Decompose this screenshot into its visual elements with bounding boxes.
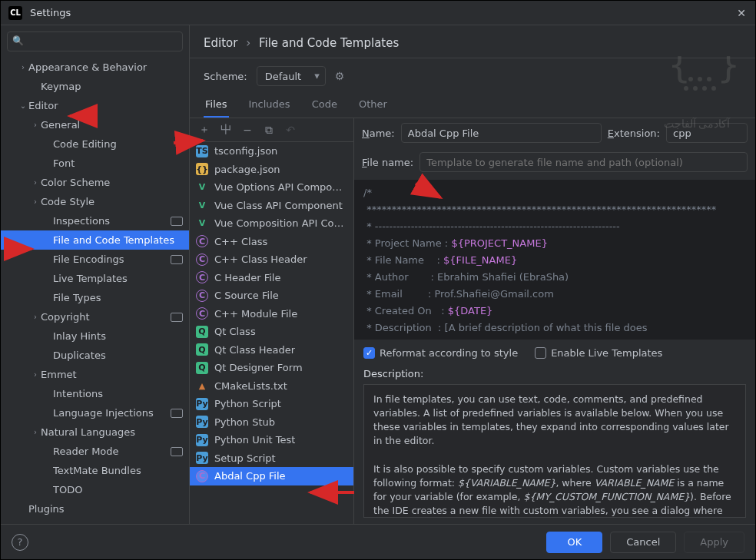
- template-item[interactable]: QQt Class Header: [190, 341, 353, 360]
- file-type-icon: Py: [196, 434, 208, 446]
- sidebar-item-code-editing[interactable]: Code Editing: [1, 134, 189, 154]
- sidebar-item-code-style[interactable]: ›Code Style: [1, 192, 189, 211]
- breadcrumb-a[interactable]: Editor: [204, 36, 237, 50]
- sidebar-item-keymap[interactable]: Keymap: [1, 77, 189, 96]
- sidebar-item-file-types[interactable]: File Types: [1, 288, 189, 307]
- sidebar-item-intentions[interactable]: Intentions: [1, 384, 189, 403]
- template-item[interactable]: PyPython Script: [190, 395, 353, 413]
- template-item-label: Qt Class: [214, 326, 256, 337]
- template-item[interactable]: PyPython Stub: [190, 413, 353, 432]
- template-list[interactable]: TStsconfig.json{}package.jsonVVue Option…: [190, 142, 353, 524]
- sidebar-item-label: Language Injections: [53, 407, 167, 419]
- sidebar-item-color-scheme[interactable]: ›Color Scheme: [1, 173, 189, 192]
- template-item-label: Vue Options API Component: [214, 181, 347, 193]
- template-item[interactable]: CC++ Class Header: [190, 250, 353, 269]
- chevron-icon: ›: [30, 178, 41, 187]
- sidebar-item-label: File Types: [53, 292, 183, 303]
- sidebar-item-editor[interactable]: ⌄Editor: [1, 96, 189, 115]
- file-type-icon: Py: [196, 452, 208, 464]
- sidebar-item-file-and-code-templates[interactable]: File and Code Templates: [1, 230, 189, 250]
- help-icon[interactable]: ?: [12, 534, 28, 551]
- sidebar-item-todo[interactable]: TODO: [1, 480, 189, 499]
- filename-field[interactable]: [419, 152, 748, 172]
- sidebar-item-emmet[interactable]: ›Emmet: [1, 365, 189, 384]
- apply-button[interactable]: Apply: [684, 532, 744, 553]
- sidebar-item-reader-mode[interactable]: Reader Mode: [1, 442, 189, 461]
- template-item-label: Abdal Cpp File: [214, 470, 286, 482]
- tab-code[interactable]: Code: [310, 92, 339, 118]
- file-type-icon: Q: [196, 326, 208, 338]
- file-type-icon: TS: [196, 145, 208, 157]
- scheme-label: Scheme:: [204, 71, 247, 82]
- template-item[interactable]: QQt Designer Form: [190, 359, 353, 377]
- cancel-button[interactable]: Cancel: [610, 532, 676, 553]
- search-icon: 🔍: [12, 35, 24, 46]
- copy-icon[interactable]: ⧉: [262, 124, 276, 137]
- search-input[interactable]: [7, 31, 183, 51]
- window-title: Settings: [30, 7, 71, 18]
- scope-badge: [171, 255, 183, 264]
- template-item[interactable]: VVue Composition API Component: [190, 214, 353, 233]
- sidebar-item-language-injections[interactable]: Language Injections: [1, 403, 189, 422]
- template-item[interactable]: CC++ Class: [190, 233, 353, 251]
- sidebar-item-general[interactable]: ›General: [1, 115, 189, 134]
- tab-other[interactable]: Other: [357, 92, 389, 118]
- sidebar-item-label: Font: [53, 157, 183, 169]
- template-item-label: C Source File: [214, 290, 279, 301]
- template-item[interactable]: CC Header File: [190, 269, 353, 287]
- template-item[interactable]: CC Source File: [190, 287, 353, 305]
- sidebar-item-duplicates[interactable]: Duplicates: [1, 346, 189, 365]
- sidebar-item-inlay-hints[interactable]: Inlay Hints: [1, 326, 189, 346]
- settings-tree[interactable]: ›Appearance & BehaviorKeymap⌄Editor›Gene…: [1, 58, 189, 524]
- sidebar-item-live-templates[interactable]: Live Templates: [1, 269, 189, 288]
- template-item[interactable]: {}package.json: [190, 161, 353, 179]
- template-item[interactable]: PySetup Script: [190, 449, 353, 468]
- gear-icon[interactable]: ⚙: [335, 70, 345, 82]
- file-type-icon: Py: [196, 398, 208, 410]
- template-item[interactable]: CAbdal Cpp File: [190, 467, 353, 485]
- template-item-label: C++ Class: [214, 236, 267, 247]
- template-item[interactable]: TStsconfig.json: [190, 142, 353, 161]
- sidebar-item-label: Duplicates: [53, 350, 183, 361]
- add-from-icon[interactable]: ⼬: [219, 123, 233, 137]
- name-label: Name:: [362, 128, 395, 139]
- sidebar-item-textmate-bundles[interactable]: TextMate Bundles: [1, 461, 189, 480]
- template-item[interactable]: PyPython Unit Test: [190, 431, 353, 449]
- template-item[interactable]: QQt Class: [190, 323, 353, 341]
- template-item-label: Vue Composition API Component: [214, 217, 347, 229]
- close-icon[interactable]: ✕: [735, 7, 748, 19]
- ok-button[interactable]: OK: [546, 532, 602, 553]
- template-editor[interactable]: /* *************************************…: [354, 180, 755, 340]
- template-item[interactable]: CC++ Module File: [190, 305, 353, 323]
- extension-field[interactable]: [666, 123, 748, 143]
- live-templates-checkbox[interactable]: Enable Live Templates: [535, 347, 662, 359]
- template-item[interactable]: VVue Options API Component: [190, 178, 353, 197]
- add-icon[interactable]: ＋: [197, 123, 211, 137]
- chevron-icon: ›: [30, 121, 41, 129]
- description-box: In file templates, you can use text, cod…: [363, 384, 746, 518]
- file-type-icon: V: [196, 181, 208, 194]
- template-item[interactable]: ▲CMakeLists.txt: [190, 377, 353, 396]
- template-item-label: C Header File: [214, 272, 280, 283]
- settings-sidebar: 🔍 ›Appearance & BehaviorKeymap⌄Editor›Ge…: [1, 25, 190, 524]
- sidebar-item-font[interactable]: Font: [1, 154, 189, 173]
- sidebar-item-label: TODO: [53, 484, 183, 495]
- reformat-checkbox[interactable]: ✓ Reformat according to style: [363, 347, 518, 359]
- tab-files[interactable]: Files: [204, 92, 229, 118]
- sidebar-item-file-encodings[interactable]: File Encodings: [1, 250, 189, 269]
- sidebar-item-appearance-behavior[interactable]: ›Appearance & Behavior: [1, 58, 189, 77]
- scheme-select[interactable]: Default: [257, 66, 326, 86]
- sidebar-item-copyright[interactable]: ›Copyright: [1, 307, 189, 326]
- template-item[interactable]: VVue Class API Component: [190, 197, 353, 215]
- checkbox-checked-icon: ✓: [363, 347, 375, 359]
- filename-label: File name:: [362, 157, 413, 168]
- name-field[interactable]: [401, 123, 602, 143]
- tab-includes[interactable]: Includes: [247, 92, 292, 118]
- sidebar-item-inspections[interactable]: Inspections: [1, 211, 189, 230]
- chevron-right-icon: ›: [246, 36, 250, 50]
- remove-icon[interactable]: −: [240, 124, 254, 136]
- template-item-label: Setup Script: [214, 452, 276, 464]
- template-tabs: FilesIncludesCodeOther: [190, 92, 755, 118]
- sidebar-item-natural-languages[interactable]: ›Natural Languages: [1, 422, 189, 442]
- sidebar-item-plugins[interactable]: Plugins: [1, 499, 189, 519]
